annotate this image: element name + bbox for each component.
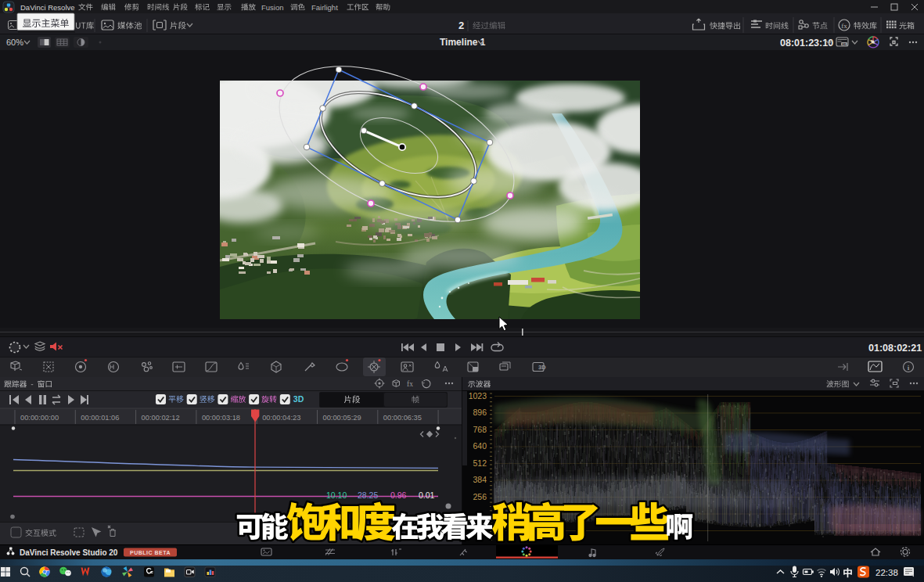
- svg-text:PUBLIC BETA: PUBLIC BETA: [130, 550, 171, 555]
- svg-text:3D: 3D: [293, 394, 304, 404]
- svg-text:00:00:01:06: 00:00:01:06: [81, 414, 119, 422]
- svg-text:fx: fx: [841, 22, 847, 30]
- svg-text:60%: 60%: [6, 38, 23, 47]
- svg-text:00:00:04:23: 00:00:04:23: [262, 414, 300, 422]
- svg-text:22:38: 22:38: [875, 568, 898, 577]
- svg-text:640: 640: [473, 441, 487, 451]
- svg-text:00:00:06:35: 00:00:06:35: [383, 414, 422, 422]
- svg-text:384: 384: [473, 475, 487, 484]
- svg-text:DaVinci Resolve: DaVinci Resolve: [20, 3, 75, 12]
- svg-text:01:08:02:21: 01:08:02:21: [868, 343, 922, 354]
- svg-text:1023: 1023: [469, 391, 487, 401]
- svg-text:00:00:02:12: 00:00:02:12: [142, 414, 180, 422]
- svg-text:256: 256: [473, 492, 487, 501]
- svg-text:28.25: 28.25: [358, 490, 378, 500]
- svg-text:0.01: 0.01: [419, 490, 435, 500]
- svg-text:512: 512: [473, 458, 487, 468]
- svg-text:768: 768: [473, 425, 487, 434]
- svg-text:Fusion: Fusion: [261, 3, 284, 12]
- svg-text:DaVinci Resolve Studio 20: DaVinci Resolve Studio 20: [20, 548, 118, 557]
- svg-text:Fairlight: Fairlight: [311, 3, 338, 12]
- svg-text:896: 896: [473, 408, 487, 417]
- svg-text:10.10: 10.10: [326, 490, 347, 500]
- svg-text:2: 2: [458, 20, 464, 31]
- svg-text:3D: 3D: [538, 364, 546, 371]
- svg-text:0.96: 0.96: [390, 490, 407, 500]
- svg-text:08:01:23:10: 08:01:23:10: [780, 38, 833, 48]
- svg-text:HD: HD: [842, 43, 847, 46]
- svg-text:00:00:05:29: 00:00:05:29: [323, 414, 361, 422]
- svg-text:00:00:03:18: 00:00:03:18: [202, 414, 240, 422]
- svg-text:00:00:00:00: 00:00:00:00: [20, 414, 59, 422]
- svg-text:i: i: [908, 364, 910, 372]
- svg-text:fx: fx: [407, 380, 413, 388]
